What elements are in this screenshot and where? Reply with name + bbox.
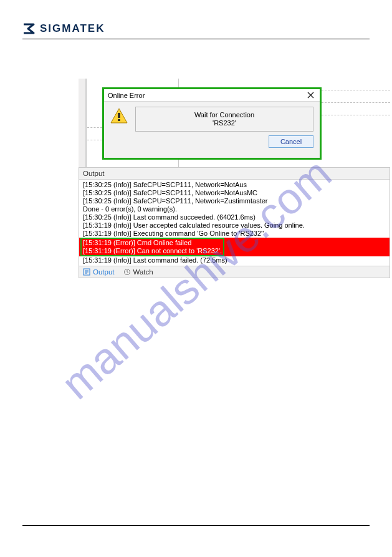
- watch-tab-icon: [123, 268, 131, 276]
- tab-output[interactable]: Output: [83, 268, 115, 276]
- dialog-message-group: Wait for Connection 'RS232': [135, 107, 313, 132]
- highlighted-error-block: [15:31:19 (Error)] Cmd Online failed [15…: [80, 238, 224, 256]
- svg-rect-0: [118, 113, 120, 118]
- sigma-icon: [22, 23, 36, 34]
- cancel-button[interactable]: Cancel: [269, 135, 313, 148]
- log-line: [15:30:25 (Info)] Last command succeeded…: [82, 213, 387, 221]
- sigmatek-logo: SIGMATEK: [22, 22, 105, 35]
- page-header: SIGMATEK: [22, 22, 370, 39]
- output-tab-icon: [83, 268, 90, 276]
- log-line: [15:31:19 (Info)] Last command failed. (…: [82, 256, 387, 264]
- tab-output-label: Output: [93, 268, 115, 276]
- close-icon[interactable]: [304, 90, 317, 100]
- tab-watch-label: Watch: [133, 268, 153, 276]
- app-screenshot: Online Error Wait for Connection 'RS232': [79, 79, 390, 286]
- output-tab-strip: Output Watch: [79, 266, 390, 278]
- log-line: [15:31:19 (Info)] User accepted calculat…: [82, 221, 387, 230]
- log-error-line: [15:31:19 (Error)] Cmd Online failed: [83, 239, 191, 246]
- log-line: [15:30:25 (Info)] SafeCPU=SCP111, Networ…: [82, 189, 387, 197]
- log-line: [15:30:25 (Info)] SafeCPU=SCP111, Networ…: [82, 181, 387, 189]
- warning-icon: [110, 107, 129, 125]
- dialog-message-line2: 'RS232': [141, 119, 308, 127]
- tab-watch[interactable]: Watch: [123, 268, 153, 276]
- log-line: Done - 0 error(s), 0 warning(s).: [82, 205, 387, 213]
- log-line: [15:31:19 (Info)] Executing command 'Go …: [82, 230, 387, 238]
- log-error-row: [15:31:19 (Error)] Cmd Online failed [15…: [79, 238, 390, 256]
- log-line: [15:30:25 (Info)] SafeCPU=SCP111, Networ…: [82, 197, 387, 205]
- output-panel-title: Output: [79, 168, 390, 180]
- dialog-titlebar: Online Error: [104, 89, 320, 102]
- footer-rule: [22, 525, 370, 526]
- brand-name: SIGMATEK: [40, 22, 105, 35]
- dialog-title: Online Error: [108, 92, 304, 99]
- log-error-line: [15:31:19 (Error)] Can not connect to 'R…: [83, 247, 222, 254]
- online-error-dialog: Online Error Wait for Connection 'RS232': [102, 87, 322, 160]
- output-panel: Output [15:30:25 (Info)] SafeCPU=SCP111,…: [79, 167, 390, 278]
- svg-rect-1: [118, 119, 120, 121]
- dialog-message-line1: Wait for Connection: [141, 111, 308, 119]
- output-log: [15:30:25 (Info)] SafeCPU=SCP111, Networ…: [79, 180, 390, 266]
